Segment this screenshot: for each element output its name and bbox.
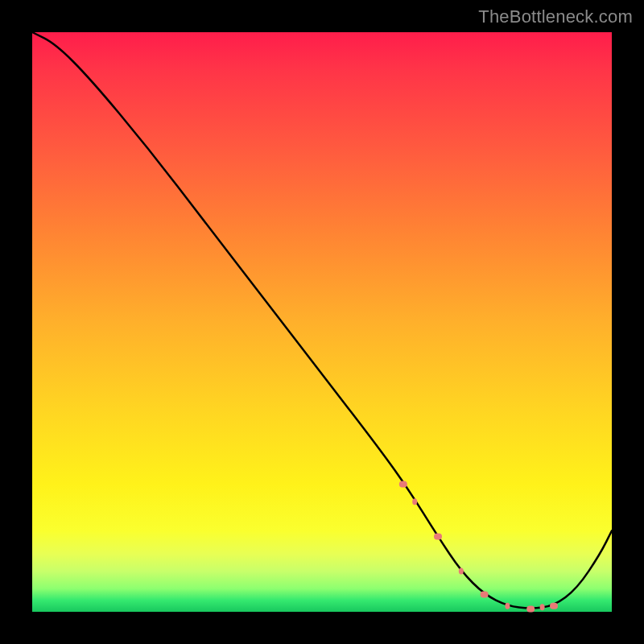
- highlight-marker: [481, 591, 489, 597]
- highlight-marker: [550, 603, 558, 609]
- highlight-marker: [412, 498, 417, 505]
- watermark-text: TheBottleneck.com: [478, 6, 633, 27]
- plot-area: [32, 32, 612, 612]
- highlight-marker: [540, 604, 545, 610]
- highlight-marker: [505, 603, 510, 609]
- highlight-marker: [434, 533, 442, 539]
- highlight-marker: [459, 568, 464, 575]
- highlight-markers: [399, 481, 558, 613]
- highlight-marker: [526, 605, 535, 612]
- bottleneck-curve-path: [32, 32, 612, 609]
- curve-svg: [32, 32, 612, 612]
- chart-frame: TheBottleneck.com: [0, 0, 644, 644]
- highlight-marker: [399, 481, 407, 488]
